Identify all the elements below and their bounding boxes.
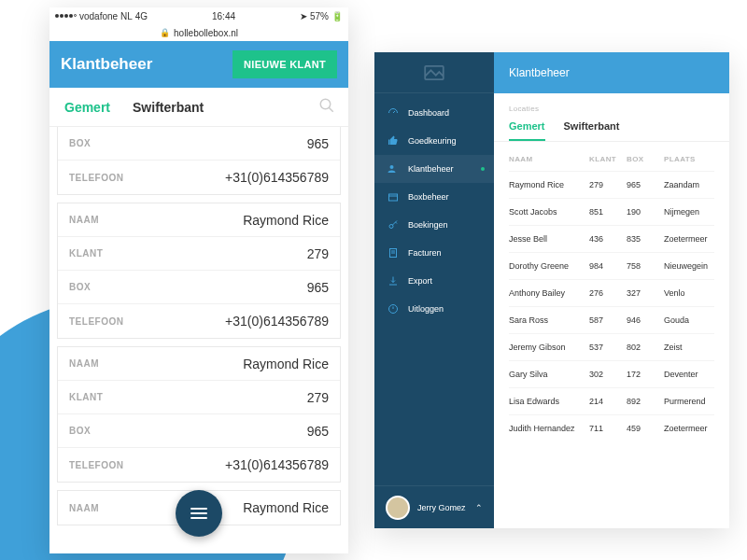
new-client-button[interactable]: NIEUWE KLANT	[233, 50, 337, 78]
lock-icon: 🔒	[160, 28, 170, 37]
svg-point-4	[390, 165, 394, 169]
battery: 57%	[310, 11, 329, 21]
thumbs-up-icon	[388, 135, 399, 147]
tab-gemert[interactable]: Gemert	[64, 100, 110, 115]
page-title: Klantbeheer	[61, 55, 152, 74]
network: 4G	[135, 11, 148, 21]
sidebar-item-invoices[interactable]: Facturen	[374, 239, 494, 267]
sidebar-item-approval[interactable]: Goedkeuring	[374, 127, 494, 155]
table-row[interactable]: Gary Silva302172Deventer	[509, 360, 714, 387]
svg-line-3	[393, 111, 395, 113]
table-row[interactable]: Jeremy Gibson537802Zeist	[509, 333, 714, 360]
sidebar-item-boxes[interactable]: Boxbeheer	[374, 183, 494, 211]
avatar	[386, 496, 410, 520]
user-menu[interactable]: Jerry Gomez ⌃	[374, 485, 494, 528]
svg-point-0	[320, 99, 331, 109]
client-card[interactable]: NAAMRaymond Rice KLANT279 BOX965 TELEFOO…	[57, 203, 341, 339]
sidebar-item-logout[interactable]: Uitloggen	[374, 295, 494, 323]
key-icon	[388, 219, 399, 231]
desktop-main: Klantbeheer Locaties Gemert Swifterbant …	[494, 52, 729, 528]
svg-line-9	[396, 222, 398, 224]
table-row[interactable]: Raymond Rice279965Zaandam	[509, 171, 714, 198]
svg-line-1	[329, 107, 333, 112]
mobile-view: vodafone NL 4G 16:44 ➤ 57% 🔋 🔒 holleboll…	[49, 7, 348, 553]
section-label: Locaties	[494, 93, 729, 113]
table-header: NAAM KLANT BOX PLAATS	[509, 155, 714, 171]
table-row[interactable]: Jesse Bell436835Zoetermeer	[509, 225, 714, 252]
client-card[interactable]: BOX965 TELEFOON+31(0)614356789	[57, 127, 341, 195]
export-icon	[388, 275, 399, 287]
sidebar-item-export[interactable]: Export	[374, 267, 494, 295]
table-row[interactable]: Dorothy Greene984758Nieuwegein	[509, 252, 714, 279]
desktop-view: Dashboard Goedkeuring Klantbeheer Boxbeh…	[374, 52, 729, 528]
dashboard-icon	[388, 107, 399, 119]
desktop-tabs: Gemert Swifterbant	[494, 113, 729, 142]
mobile-header: Klantbeheer NIEUWE KLANT	[49, 41, 348, 88]
sidebar-nav: Dashboard Goedkeuring Klantbeheer Boxbeh…	[374, 93, 494, 485]
sidebar-item-clients[interactable]: Klantbeheer	[374, 155, 494, 183]
table-row[interactable]: Sara Ross587946Gouda	[509, 306, 714, 333]
search-icon[interactable]	[318, 97, 335, 118]
svg-point-7	[389, 225, 393, 229]
time: 16:44	[212, 11, 235, 21]
table-row[interactable]: Judith Hernandez711459Zoetermeer	[509, 414, 714, 441]
battery-icon: 🔋	[331, 11, 343, 21]
table-row[interactable]: Lisa Edwards214892Purmerend	[509, 387, 714, 414]
tab-gemert[interactable]: Gemert	[509, 120, 545, 141]
user-name: Jerry Gomez	[417, 503, 466, 512]
logout-icon	[388, 303, 399, 315]
table-row[interactable]: Scott Jacobs851190Nijmegen	[509, 198, 714, 225]
signal-icon	[55, 14, 77, 18]
tab-swifterbant[interactable]: Swifterbant	[564, 120, 620, 141]
menu-fab[interactable]	[176, 490, 222, 537]
address-bar[interactable]: 🔒 hollebollebox.nl	[49, 24, 348, 41]
box-icon	[388, 191, 399, 203]
status-bar: vodafone NL 4G 16:44 ➤ 57% 🔋	[49, 7, 348, 24]
menu-icon	[190, 508, 207, 519]
table-row[interactable]: Anthony Bailey276327Venlo	[509, 279, 714, 306]
location-icon: ➤	[300, 11, 307, 21]
sidebar: Dashboard Goedkeuring Klantbeheer Boxbeh…	[374, 52, 494, 528]
url: hollebollebox.nl	[174, 28, 238, 38]
mobile-tabs: Gemert Swifterbant	[49, 88, 348, 127]
sidebar-item-bookings[interactable]: Boekingen	[374, 211, 494, 239]
clients-table: NAAM KLANT BOX PLAATS Raymond Rice279965…	[494, 142, 729, 455]
client-card[interactable]: NAAMRaymond Rice KLANT279 BOX965 TELEFOO…	[57, 346, 341, 483]
desktop-header: Klantbeheer	[494, 52, 729, 93]
users-icon	[388, 163, 399, 175]
chevron-up-icon: ⌃	[475, 503, 483, 512]
logo[interactable]	[374, 52, 494, 93]
invoice-icon	[388, 247, 399, 259]
sidebar-item-dashboard[interactable]: Dashboard	[374, 99, 494, 127]
page-title: Klantbeheer	[509, 66, 570, 79]
tab-swifterbant[interactable]: Swifterbant	[133, 100, 204, 115]
carrier: vodafone NL	[79, 11, 133, 21]
svg-rect-5	[389, 194, 398, 201]
